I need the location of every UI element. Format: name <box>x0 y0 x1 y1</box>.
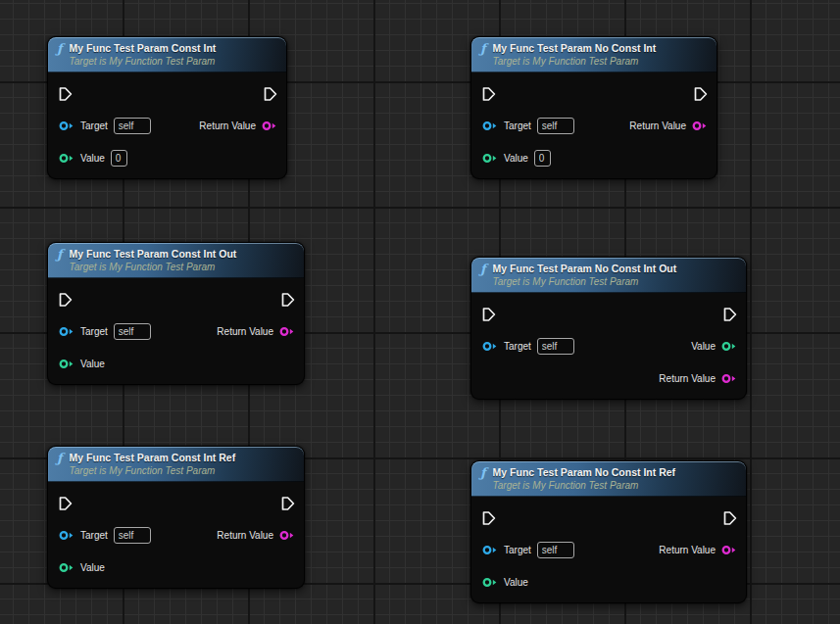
return-value-label: Return Value <box>659 545 716 555</box>
exec-row <box>48 283 304 315</box>
node-title: My Func Test Param No Const Int Ref <box>493 466 676 479</box>
value-out-pin[interactable] <box>721 341 737 352</box>
return-value-label: Return Value <box>217 530 273 541</box>
pin-row: Target Return Value <box>48 315 304 348</box>
target-pin-label: Target <box>80 530 108 541</box>
node-subtitle: Target is My Function Test Param <box>493 479 676 492</box>
value-pin[interactable] <box>59 359 74 369</box>
node-header[interactable]: ƒ My Func Test Param No Const Int Out Ta… <box>471 258 746 293</box>
value-default-input[interactable] <box>534 150 551 167</box>
node-my-func-test-param-no-const-int-ref[interactable]: ƒ My Func Test Param No Const Int Ref Ta… <box>470 460 747 603</box>
target-pin[interactable] <box>482 545 498 555</box>
value-out-label: Value <box>691 341 716 352</box>
pin-row: Value <box>48 552 304 584</box>
target-pin[interactable] <box>59 120 74 131</box>
node-subtitle: Target is My Function Test Param <box>493 55 657 68</box>
exec-row <box>471 298 746 330</box>
return-value-pin[interactable] <box>262 120 277 131</box>
exec-out-pin[interactable] <box>281 292 295 308</box>
exec-out-pin[interactable] <box>694 86 708 102</box>
pin-row: Value <box>48 142 286 174</box>
return-value-pin[interactable] <box>721 373 737 384</box>
node-my-func-test-param-no-const-int[interactable]: ƒ My Func Test Param No Const Int Target… <box>470 36 717 179</box>
target-pin-label: Target <box>80 326 108 337</box>
value-pin[interactable] <box>59 153 74 164</box>
node-header[interactable]: ƒ My Func Test Param Const Int Out Targe… <box>48 243 304 278</box>
function-icon: ƒ <box>480 466 486 479</box>
function-icon: ƒ <box>57 452 63 464</box>
node-my-func-test-param-const-int-ref[interactable]: ƒ My Func Test Param Const Int Ref Targe… <box>47 446 305 589</box>
exec-row <box>471 77 716 110</box>
return-value-pin[interactable] <box>721 545 737 555</box>
target-value-input[interactable] <box>114 527 151 544</box>
value-pin-label: Value <box>80 359 105 369</box>
node-my-func-test-param-const-int[interactable]: ƒ My Func Test Param Const Int Target is… <box>47 36 287 179</box>
node-header[interactable]: ƒ My Func Test Param Const Int Ref Targe… <box>48 447 304 482</box>
node-title: My Func Test Param Const Int Out <box>70 248 237 261</box>
node-my-func-test-param-no-const-int-out[interactable]: ƒ My Func Test Param No Const Int Out Ta… <box>470 257 747 400</box>
return-value-pin[interactable] <box>692 120 708 131</box>
node-title: My Func Test Param Const Int <box>70 42 217 55</box>
pin-row: Target Return Value <box>471 534 746 566</box>
node-header[interactable]: ƒ My Func Test Param No Const Int Ref Ta… <box>471 461 746 497</box>
target-pin[interactable] <box>59 530 74 541</box>
value-pin-label: Value <box>504 577 528 588</box>
return-value-label: Return Value <box>659 373 716 384</box>
exec-row <box>48 487 304 519</box>
target-value-input[interactable] <box>114 323 151 340</box>
pin-row: Target Return Value <box>48 519 304 552</box>
target-pin-label: Target <box>504 341 531 352</box>
target-value-input[interactable] <box>537 542 574 558</box>
value-default-input[interactable] <box>111 150 127 167</box>
pin-row: Target Return Value <box>48 110 286 142</box>
node-subtitle: Target is My Function Test Param <box>70 464 236 477</box>
exec-in-pin[interactable] <box>59 292 73 308</box>
target-value-input[interactable] <box>114 118 151 134</box>
exec-row <box>471 502 746 534</box>
pin-row: Target Value <box>471 330 746 362</box>
exec-in-pin[interactable] <box>482 307 496 322</box>
exec-out-pin[interactable] <box>723 307 737 322</box>
return-value-pin[interactable] <box>279 326 295 337</box>
return-value-label: Return Value <box>217 326 273 337</box>
node-subtitle: Target is My Function Test Param <box>70 261 237 273</box>
pin-row: Value <box>471 142 716 174</box>
pin-row: Value <box>48 348 304 380</box>
node-header[interactable]: ƒ My Func Test Param Const Int Target is… <box>48 37 286 72</box>
target-value-input[interactable] <box>537 118 574 134</box>
value-pin[interactable] <box>59 562 74 573</box>
return-value-label: Return Value <box>629 120 686 131</box>
target-value-input[interactable] <box>537 338 574 355</box>
function-icon: ƒ <box>480 263 486 275</box>
return-value-pin[interactable] <box>279 530 295 541</box>
exec-out-pin[interactable] <box>264 86 277 102</box>
exec-in-pin[interactable] <box>482 86 496 102</box>
exec-in-pin[interactable] <box>59 86 73 102</box>
value-pin-label: Value <box>80 153 105 164</box>
target-pin[interactable] <box>59 326 74 337</box>
function-icon: ƒ <box>57 42 63 55</box>
target-pin[interactable] <box>482 341 498 352</box>
exec-in-pin[interactable] <box>482 510 496 526</box>
return-value-label: Return Value <box>199 120 256 131</box>
node-header[interactable]: ƒ My Func Test Param No Const Int Target… <box>471 37 716 72</box>
exec-out-pin[interactable] <box>281 496 295 511</box>
node-my-func-test-param-const-int-out[interactable]: ƒ My Func Test Param Const Int Out Targe… <box>47 242 305 385</box>
target-pin[interactable] <box>482 120 498 131</box>
pin-row: Target Return Value <box>471 110 716 142</box>
blueprint-graph-canvas[interactable]: ƒ My Func Test Param Const Int Target is… <box>0 0 840 624</box>
exec-in-pin[interactable] <box>59 496 73 511</box>
pin-row: Return Value <box>471 362 746 395</box>
node-subtitle: Target is My Function Test Param <box>493 275 677 288</box>
function-icon: ƒ <box>57 248 63 261</box>
value-pin[interactable] <box>482 153 498 164</box>
exec-row <box>48 77 286 110</box>
target-pin-label: Target <box>504 120 531 131</box>
node-title: My Func Test Param No Const Int Out <box>493 263 677 275</box>
node-title: My Func Test Param Const Int Ref <box>70 452 236 464</box>
function-icon: ƒ <box>480 42 486 55</box>
value-pin[interactable] <box>482 577 498 588</box>
pin-row: Value <box>471 566 746 599</box>
node-subtitle: Target is My Function Test Param <box>70 55 217 68</box>
exec-out-pin[interactable] <box>723 510 737 526</box>
